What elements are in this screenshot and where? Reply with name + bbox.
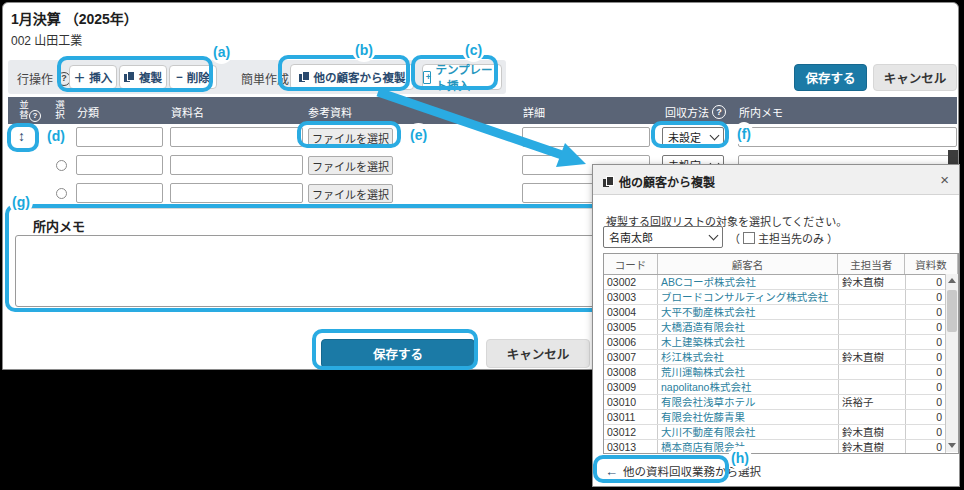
- file-select-button[interactable]: ファイルを選択: [308, 128, 393, 147]
- category-input[interactable]: [76, 155, 163, 175]
- customer-name-link[interactable]: 杉江株式会社: [658, 350, 839, 364]
- cancel-button-top[interactable]: キャンセル: [873, 64, 957, 91]
- customer-row[interactable]: 03002 ABCコーポ株式会社 鈴木直樹 0: [604, 275, 958, 290]
- customer-code: 03008: [604, 365, 658, 379]
- save-button-bottom[interactable]: 保存する: [321, 339, 475, 368]
- col-reference: 参考資料: [308, 104, 352, 120]
- customer-staff: [839, 305, 906, 319]
- delete-row-button[interactable]: −削除: [169, 65, 217, 89]
- customer-name-link[interactable]: 大川不動産有限会社: [658, 425, 839, 439]
- customer-staff: 鈴木直樹: [839, 440, 906, 453]
- cancel-label: キャンセル: [507, 344, 570, 363]
- customer-row[interactable]: 03011 有限会社佐藤青果 0: [604, 410, 958, 425]
- customer-code: 03007: [604, 350, 658, 364]
- customer-name-link[interactable]: ABCコーポ株式会社: [658, 275, 839, 289]
- paren-open: （: [729, 230, 740, 246]
- customer-name-link[interactable]: 木上建築株式会社: [658, 335, 839, 349]
- customer-row[interactable]: 03005 大橋酒造有限会社 0: [604, 320, 958, 335]
- doc-name-input[interactable]: [170, 155, 303, 175]
- copy-from-other-customer-button[interactable]: 他の顧客から複製: [290, 64, 414, 90]
- customer-name-link[interactable]: 大橋酒造有限会社: [658, 320, 839, 334]
- callout-b: (b): [352, 38, 376, 62]
- drag-handle-icon[interactable]: ↕: [18, 128, 25, 144]
- duplicate-row-button[interactable]: 複製: [119, 65, 167, 89]
- customer-row[interactable]: 03004 大平不動産株式会社 0: [604, 305, 958, 320]
- insert-label: 挿入: [89, 69, 112, 85]
- customer-row[interactable]: 03003 ブロードコンサルティング株式会社 0: [604, 290, 958, 305]
- customer-name-link[interactable]: 有限会社浅草ホテル: [658, 395, 839, 409]
- sort-help-icon[interactable]: ?: [29, 110, 41, 122]
- customer-code: 03013: [604, 440, 658, 453]
- duplicate-label: 複製: [139, 69, 162, 85]
- customer-name-link[interactable]: 有限会社佐藤青果: [658, 410, 839, 424]
- method-value: 未設定: [668, 129, 701, 145]
- row-radio[interactable]: [56, 160, 67, 171]
- customer-row[interactable]: 03009 napolitano株式会社 0: [604, 380, 958, 395]
- main-only-label: 主担当先のみ: [758, 230, 824, 246]
- cancel-button-bottom[interactable]: キャンセル: [486, 339, 590, 368]
- col-memo: 所内メモ: [739, 104, 783, 120]
- customer-row[interactable]: 03008 荒川運輸株式会社 0: [604, 365, 958, 380]
- customer-row[interactable]: 03007 杉江株式会社 鈴木直樹 0: [604, 350, 958, 365]
- cancel-label: キャンセル: [884, 68, 947, 87]
- file-select-label: ファイルを選択: [312, 158, 389, 174]
- customer-label: 002 山田工業: [11, 31, 82, 48]
- customer-staff: [839, 335, 906, 349]
- method-select[interactable]: 未設定: [662, 127, 724, 147]
- customer-table-header: コード 顧客名 主担当者 資料数: [604, 254, 958, 275]
- customer-code: 03009: [604, 380, 658, 394]
- table-scrollbar[interactable]: [945, 274, 958, 452]
- file-select-button[interactable]: ファイルを選択: [308, 156, 393, 175]
- customer-doc-count: 0: [906, 335, 946, 349]
- main-only-checkbox[interactable]: [743, 232, 755, 244]
- file-select-button[interactable]: ファイルを選択: [308, 184, 393, 203]
- customer-code: 03006: [604, 335, 658, 349]
- customer-name-link[interactable]: ブロードコンサルティング株式会社: [658, 290, 839, 304]
- customer-staff: [839, 365, 906, 379]
- copy-from-customer-modal: 他の顧客から複製 × 複製する回収リストの対象を選択してください。 名南太郎 （…: [592, 164, 960, 487]
- memo-input[interactable]: [738, 127, 957, 147]
- scroll-down-icon[interactable]: [948, 443, 956, 448]
- col-staff: 主担当者: [838, 254, 905, 274]
- col-category: 分類: [77, 104, 99, 120]
- customer-staff: [839, 320, 906, 334]
- customer-code: 03012: [604, 425, 658, 439]
- close-icon[interactable]: ×: [940, 171, 949, 188]
- customer-name-link[interactable]: 荒川運輸株式会社: [658, 365, 839, 379]
- method-help-icon[interactable]: ?: [712, 105, 726, 119]
- insert-row-button[interactable]: ＋挿入: [69, 65, 117, 89]
- category-input[interactable]: [76, 183, 163, 203]
- staff-filter-select[interactable]: 名南太郎: [603, 226, 723, 248]
- copy-icon: [299, 71, 310, 83]
- copy-icon: [603, 176, 614, 188]
- back-arrow-icon: ←: [605, 464, 618, 479]
- customer-row[interactable]: 03012 大川不動産有限会社 鈴木直樹 0: [604, 425, 958, 440]
- customer-row[interactable]: 03010 有限会社浅草ホテル 浜裕子 0: [604, 395, 958, 410]
- scroll-up-icon[interactable]: [948, 278, 956, 283]
- customer-staff: 鈴木直樹: [839, 350, 906, 364]
- customer-row[interactable]: 03006 木上建築株式会社 0: [604, 335, 958, 350]
- customer-doc-count: 0: [906, 440, 946, 453]
- doc-name-input[interactable]: [170, 127, 303, 147]
- scrollbar-thumb[interactable]: [947, 290, 957, 332]
- detail-input[interactable]: [522, 127, 650, 147]
- col-doc-count: 資料数: [905, 254, 958, 274]
- main-only-filter: （主担当先のみ）: [729, 230, 838, 246]
- customer-name-link[interactable]: napolitano株式会社: [658, 380, 839, 394]
- customer-doc-count: 0: [906, 320, 946, 334]
- customer-code: 03005: [604, 320, 658, 334]
- callout-e: (e): [407, 123, 430, 147]
- copy-icon: [124, 71, 135, 83]
- customer-name-link[interactable]: 大平不動産株式会社: [658, 305, 839, 319]
- template-insert-button[interactable]: テンプレート挿入: [422, 64, 502, 90]
- toolbar: 行操作 ? ＋挿入 複製 −削除 簡単作成 他の顧客から複製 テンプレート挿入: [8, 60, 506, 94]
- save-button-top[interactable]: 保存する: [794, 64, 867, 91]
- category-input[interactable]: [76, 127, 163, 147]
- customer-staff: [839, 380, 906, 394]
- customer-doc-count: 0: [906, 365, 946, 379]
- row-radio[interactable]: [56, 188, 67, 199]
- customer-row[interactable]: 03013 橋本商店有限会社 鈴木直樹 0: [604, 440, 958, 453]
- customer-code: 03011: [604, 410, 658, 424]
- doc-name-input[interactable]: [170, 183, 303, 203]
- save-label: 保存する: [373, 344, 423, 363]
